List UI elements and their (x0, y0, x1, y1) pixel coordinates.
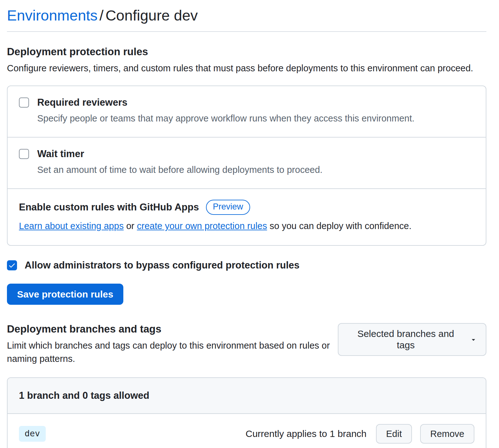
wait-timer-checkbox[interactable] (19, 149, 29, 159)
breadcrumb-environments-link[interactable]: Environments (7, 7, 97, 24)
branch-policy-dropdown[interactable]: Selected branches and tags (338, 323, 486, 356)
environment-settings-page: Environments/Configure dev Deployment pr… (0, 0, 499, 448)
branches-box: 1 branch and 0 tags allowed dev Currentl… (7, 377, 486, 448)
custom-rules-row: Enable custom rules with GitHub Apps Pre… (8, 188, 486, 245)
branch-row-actions: Currently applies to 1 branch Edit Remov… (245, 424, 474, 444)
wait-timer-description: Set an amount of time to wait before all… (37, 163, 322, 176)
branch-policy-dropdown-label: Selected branches and tags (347, 328, 464, 351)
wait-timer-body: Wait timer Set an amount of time to wait… (37, 148, 322, 176)
protection-rules-description: Configure reviewers, timers, and custom … (7, 62, 486, 75)
required-reviewers-row: Required reviewers Specify people or tea… (8, 86, 486, 137)
preview-badge: Preview (206, 200, 250, 215)
save-protection-rules-button[interactable]: Save protection rules (7, 284, 123, 305)
title-divider (7, 31, 486, 32)
required-reviewers-label[interactable]: Required reviewers (37, 96, 414, 109)
wait-timer-row: Wait timer Set an amount of time to wait… (8, 137, 486, 188)
breadcrumb-separator: / (97, 7, 105, 24)
protection-rules-heading: Deployment protection rules (7, 45, 486, 58)
required-reviewers-checkbox[interactable] (19, 97, 29, 108)
admin-bypass-checkbox[interactable] (7, 260, 17, 270)
admin-bypass-row: Allow administrators to bypass configure… (7, 260, 486, 271)
wait-timer-label[interactable]: Wait timer (37, 148, 322, 160)
page-title: Environments/Configure dev (7, 6, 486, 25)
branch-applies-text: Currently applies to 1 branch (245, 428, 367, 439)
required-reviewers-description: Specify people or teams that may approve… (37, 112, 414, 125)
branches-section-header: Deployment branches and tags Limit which… (7, 322, 486, 365)
custom-rules-title: Enable custom rules with GitHub Apps (19, 201, 199, 214)
branch-row: dev Currently applies to 1 branch Edit R… (8, 414, 486, 448)
remove-branch-rule-button[interactable]: Remove (420, 424, 474, 444)
branches-summary: 1 branch and 0 tags allowed (8, 378, 486, 414)
custom-rules-links-line: Learn about existing apps or create your… (19, 219, 474, 233)
breadcrumb-current: Configure dev (105, 7, 198, 24)
admin-bypass-label[interactable]: Allow administrators to bypass configure… (25, 260, 300, 271)
custom-rules-title-line: Enable custom rules with GitHub Apps Pre… (19, 200, 474, 215)
branch-name-badge: dev (19, 426, 46, 442)
learn-existing-apps-link[interactable]: Learn about existing apps (19, 221, 124, 231)
edit-branch-rule-button[interactable]: Edit (376, 424, 412, 444)
branches-description: Limit which branches and tags can deploy… (7, 339, 338, 365)
branches-heading: Deployment branches and tags (7, 322, 338, 335)
chevron-down-icon (470, 336, 477, 343)
create-protection-rules-link[interactable]: create your own protection rules (137, 221, 267, 231)
required-reviewers-body: Required reviewers Specify people or tea… (37, 96, 414, 125)
branches-header-left: Deployment branches and tags Limit which… (7, 322, 338, 365)
links-suffix-text: so you can deploy with confidence. (267, 221, 412, 231)
links-or-text: or (124, 221, 137, 231)
check-icon (8, 262, 16, 269)
protection-rules-box: Required reviewers Specify people or tea… (7, 85, 486, 246)
